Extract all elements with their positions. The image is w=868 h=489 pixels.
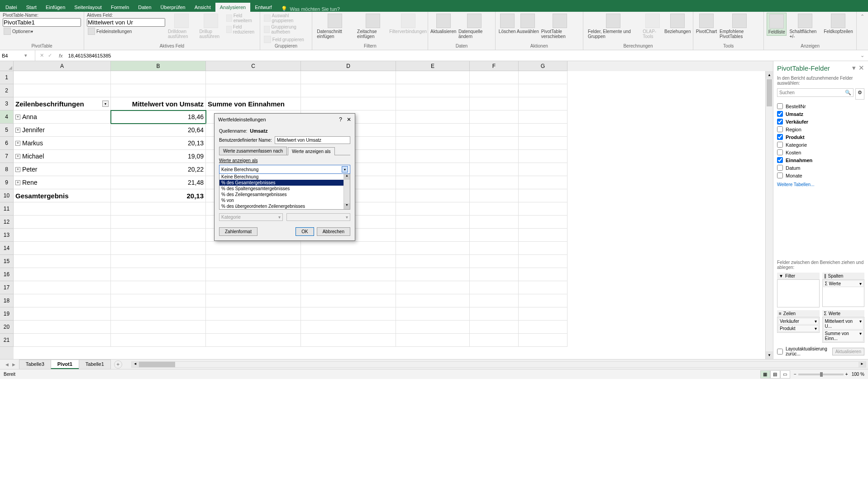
name-box[interactable]: ▾ bbox=[0, 50, 35, 61]
field-checkbox[interactable] bbox=[777, 157, 783, 163]
zoom-in-icon[interactable]: + bbox=[845, 372, 848, 377]
cell[interactable] bbox=[396, 124, 470, 137]
scroll-down-icon[interactable]: ▼ bbox=[766, 351, 773, 359]
area-item[interactable]: Verkäufer▾ bbox=[778, 318, 819, 325]
field-item[interactable]: Kategorie bbox=[777, 141, 864, 149]
expand-icon[interactable]: + bbox=[15, 141, 20, 146]
tab-start[interactable]: Start bbox=[22, 3, 41, 12]
cell[interactable] bbox=[301, 281, 396, 294]
cell[interactable]: 20,64 bbox=[111, 124, 206, 137]
cell[interactable] bbox=[519, 137, 568, 150]
cell[interactable] bbox=[396, 71, 470, 84]
field-item[interactable]: BestellNr bbox=[777, 102, 864, 110]
tab-showvaluesas[interactable]: Werte anzeigen als bbox=[288, 147, 334, 155]
cell[interactable] bbox=[470, 334, 519, 347]
cell[interactable] bbox=[14, 229, 111, 242]
cell[interactable] bbox=[396, 110, 470, 124]
move-button[interactable]: PivotTable verschieben bbox=[539, 13, 580, 40]
cell[interactable] bbox=[111, 334, 206, 347]
gear-icon[interactable]: ▾ bbox=[852, 64, 856, 72]
cell[interactable] bbox=[519, 307, 568, 321]
cell[interactable] bbox=[14, 307, 111, 321]
cell[interactable] bbox=[301, 255, 396, 268]
cell[interactable] bbox=[470, 84, 519, 97]
cell[interactable] bbox=[396, 294, 470, 307]
cancel-formula-icon[interactable]: ✕ bbox=[38, 53, 45, 58]
cell[interactable] bbox=[14, 268, 111, 281]
cell[interactable]: 20,13 bbox=[111, 189, 206, 202]
cell[interactable] bbox=[519, 268, 568, 281]
cell[interactable] bbox=[111, 255, 206, 268]
column-header[interactable]: C bbox=[206, 61, 301, 71]
cell[interactable] bbox=[519, 71, 568, 84]
sheet-tab[interactable]: Tabelle1 bbox=[79, 360, 111, 369]
hscroll-right-icon[interactable]: ► bbox=[858, 362, 866, 367]
cell[interactable] bbox=[14, 321, 111, 334]
row-header[interactable]: 14 bbox=[0, 242, 14, 255]
row-header[interactable]: 7 bbox=[0, 150, 14, 163]
field-checkbox[interactable] bbox=[777, 165, 783, 171]
cell[interactable] bbox=[519, 189, 568, 202]
tab-ansicht[interactable]: Ansicht bbox=[190, 3, 215, 12]
cell[interactable] bbox=[470, 229, 519, 242]
cell[interactable] bbox=[301, 97, 396, 110]
cell[interactable]: Gesamtergebnis bbox=[14, 189, 111, 202]
cell[interactable] bbox=[470, 71, 519, 84]
filter-drop-area[interactable] bbox=[777, 279, 820, 307]
field-checkbox[interactable] bbox=[777, 134, 783, 140]
cell[interactable]: +Markus bbox=[14, 137, 111, 150]
sheet-nav-next-icon[interactable]: ► bbox=[11, 362, 16, 367]
field-checkbox[interactable] bbox=[777, 149, 783, 155]
row-header[interactable]: 9 bbox=[0, 176, 14, 189]
cell[interactable] bbox=[470, 189, 519, 202]
cell[interactable] bbox=[519, 150, 568, 163]
cell[interactable] bbox=[14, 216, 111, 229]
row-header[interactable]: 13 bbox=[0, 229, 14, 242]
cell[interactable] bbox=[14, 294, 111, 307]
row-header[interactable]: 3 bbox=[0, 97, 14, 110]
row-header[interactable]: 6 bbox=[0, 137, 14, 150]
cell[interactable] bbox=[519, 294, 568, 307]
sheet-nav-prev-icon[interactable]: ◄ bbox=[5, 362, 10, 367]
search-icon[interactable]: 🔍 bbox=[845, 90, 851, 96]
expand-icon[interactable]: + bbox=[15, 180, 20, 185]
hscroll-left-icon[interactable]: ◄ bbox=[132, 362, 139, 367]
area-item[interactable]: Σ Werte▾ bbox=[823, 280, 864, 287]
horizontal-scrollbar[interactable]: ◄ ► bbox=[131, 361, 866, 368]
custom-name-input[interactable] bbox=[275, 136, 350, 144]
cell[interactable] bbox=[111, 281, 206, 294]
cell[interactable]: +Peter bbox=[14, 163, 111, 176]
scroll-up-icon[interactable]: ▲ bbox=[766, 71, 773, 79]
cell[interactable] bbox=[206, 268, 301, 281]
tab-formeln[interactable]: Formeln bbox=[106, 3, 134, 12]
column-header[interactable]: F bbox=[470, 61, 519, 71]
cell[interactable] bbox=[301, 321, 396, 334]
cell[interactable] bbox=[396, 97, 470, 110]
more-tables-link[interactable]: Weitere Tabellen... bbox=[777, 182, 864, 187]
cell[interactable] bbox=[396, 307, 470, 321]
defer-layout-checkbox[interactable] bbox=[777, 349, 783, 355]
cell[interactable] bbox=[206, 281, 301, 294]
cell[interactable] bbox=[470, 255, 519, 268]
cell[interactable] bbox=[396, 150, 470, 163]
cell[interactable] bbox=[206, 307, 301, 321]
list-option[interactable]: % des Gesamtergebnisses bbox=[219, 180, 350, 186]
pivottable-name-input[interactable] bbox=[3, 18, 81, 27]
cell[interactable] bbox=[14, 242, 111, 255]
add-sheet-button[interactable]: + bbox=[114, 360, 122, 369]
cell[interactable] bbox=[14, 202, 111, 216]
zoom-slider[interactable]: − + bbox=[794, 372, 848, 377]
field-checkbox[interactable] bbox=[777, 126, 783, 132]
tools-icon[interactable]: ⚙ bbox=[855, 88, 864, 100]
cancel-button[interactable]: Abbrechen bbox=[317, 227, 350, 236]
column-header[interactable]: A bbox=[14, 61, 111, 71]
cell[interactable] bbox=[111, 307, 206, 321]
cell[interactable] bbox=[206, 84, 301, 97]
cell[interactable] bbox=[396, 189, 470, 202]
cell[interactable] bbox=[519, 334, 568, 347]
fx-icon[interactable]: fx bbox=[56, 53, 66, 58]
area-item[interactable]: Produkt▾ bbox=[778, 325, 819, 332]
cell[interactable] bbox=[14, 281, 111, 294]
cell[interactable] bbox=[470, 216, 519, 229]
scroll-thumb[interactable] bbox=[767, 79, 772, 106]
